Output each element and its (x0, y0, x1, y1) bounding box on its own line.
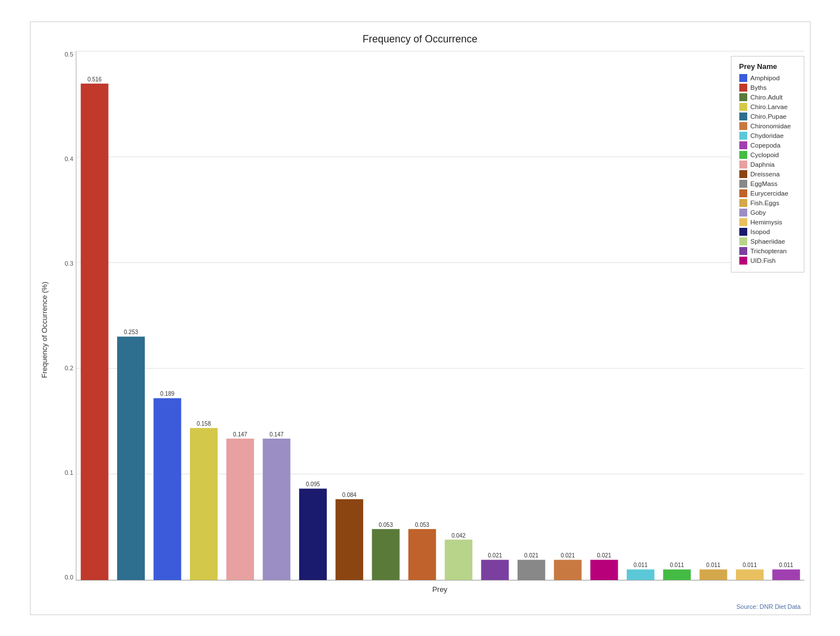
legend-item: Amphipod (739, 74, 796, 82)
bar-rect (445, 539, 472, 579)
legend-item: Sphaeriidae (739, 237, 796, 245)
bar-rect (153, 398, 181, 580)
legend-item-label: Isopod (751, 228, 770, 235)
legend-color-box (739, 161, 747, 168)
legend-color-box (739, 189, 747, 197)
x-axis-label: Prey (432, 581, 447, 594)
legend-item: Fish.Eggs (739, 199, 796, 207)
legend-item: Goby (739, 209, 796, 217)
legend-item-label: Goby (751, 209, 766, 216)
bar-rect (299, 488, 326, 580)
legend-item-label: Byths (751, 84, 767, 91)
legend-color-box (739, 103, 747, 111)
legend-item-label: Chironomidae (751, 123, 791, 129)
bar-value-label: 0.042 (451, 532, 466, 538)
bar-rect (554, 560, 581, 580)
y-axis-label: Frequency of Occurrence (%) (40, 282, 49, 378)
legend: Prey Name AmphipodBythsChiro.AdultChiro.… (731, 56, 804, 272)
bar-value-label: 0.053 (415, 521, 429, 527)
bar-value-label: 0.095 (305, 481, 320, 487)
legend-color-box (739, 237, 747, 245)
legend-item: Chiro.Adult (739, 93, 796, 101)
y-tick-label: 0.1 (64, 469, 75, 476)
legend-item: Chiro.Pupae (739, 113, 796, 120)
legend-item-label: Copepoda (751, 142, 781, 149)
legend-item: Eurycercidae (739, 189, 796, 197)
bar-rect (80, 83, 108, 579)
legend-item-label: Chiro.Pupae (751, 113, 787, 120)
bar-rect (262, 438, 290, 579)
legend-item-label: Chiro.Adult (751, 94, 783, 101)
bar-value-label: 0.021 (488, 552, 502, 559)
legend-item: Dreissena (739, 170, 796, 178)
legend-item-label: Sphaeriidae (751, 238, 785, 245)
legend-color-box (739, 93, 747, 101)
bar-rect (335, 499, 363, 580)
legend-item: Hemimysis (739, 218, 796, 226)
legend-item: EggMass (739, 180, 796, 188)
bar-rect (772, 569, 800, 580)
legend-item-label: Trichopteran (751, 248, 787, 254)
bar-value-label: 0.011 (633, 562, 647, 568)
legend-item: Chironomidae (739, 122, 796, 130)
bar-rect (117, 336, 145, 580)
legend-color-box (739, 199, 747, 207)
x-axis-area: Prey (53, 581, 804, 609)
bar-value-label: 0.084 (342, 492, 356, 498)
bar-rect (408, 529, 436, 579)
bar-rect (481, 560, 509, 580)
chart-area: Frequency of Occurrence (%) 0.00.10.20.3… (36, 51, 804, 609)
chart-title: Frequency of Occurrence (36, 33, 804, 45)
legend-color-box (739, 113, 747, 120)
bar-rect (699, 569, 727, 580)
legend-color-box (739, 257, 747, 265)
bar-rect (736, 569, 764, 580)
legend-item-label: Dreissena (751, 171, 780, 178)
legend-item-label: UID.Fish (751, 257, 776, 264)
bar-value-label: 0.011 (779, 562, 793, 568)
chart-inner: 0.00.10.20.30.40.5 0.5160.2530.1890.1580… (53, 51, 804, 609)
bar-rect (226, 438, 254, 579)
legend-item: UID.Fish (739, 257, 796, 265)
legend-color-box (739, 180, 747, 188)
y-ticks: 0.00.10.20.30.40.5 (53, 51, 76, 581)
bar-rect (517, 560, 545, 580)
legend-color-box (739, 228, 747, 236)
legend-item: Trichopteran (739, 247, 796, 255)
legend-color-box (739, 74, 747, 82)
bar-value-label: 0.011 (670, 562, 684, 568)
bar-rect (189, 428, 217, 580)
bar-rect (626, 569, 654, 580)
bar-value-label: 0.011 (706, 562, 720, 568)
legend-color-box (739, 122, 747, 130)
bar-value-label: 0.021 (524, 552, 538, 559)
bar-rect (590, 560, 618, 580)
legend-item: Isopod (739, 228, 796, 236)
y-tick-label: 0.5 (64, 51, 75, 58)
y-tick-label: 0.2 (64, 365, 75, 371)
legend-color-box (739, 141, 747, 149)
bar-rect (663, 569, 691, 580)
legend-item-label: Fish.Eggs (751, 200, 779, 206)
legend-color-box (739, 218, 747, 226)
legend-title: Prey Name (739, 62, 796, 71)
legend-item: Copepoda (739, 141, 796, 149)
legend-item-label: Hemimysis (751, 219, 782, 226)
legend-item: Chiro.Larvae (739, 103, 796, 111)
bar-value-label: 0.021 (597, 552, 611, 559)
legend-item-label: Cyclopoid (751, 152, 779, 158)
source-label: Source: DNR Diet Data (736, 603, 801, 610)
legend-color-box (739, 170, 747, 178)
bar-value-label: 0.158 (196, 421, 210, 427)
bar-value-label: 0.147 (269, 431, 283, 437)
legend-color-box (739, 247, 747, 255)
bar-value-label: 0.011 (742, 562, 756, 568)
bar-value-label: 0.053 (378, 521, 393, 527)
bars-and-grid: 0.5160.2530.1890.1580.1470.1470.0950.084… (76, 51, 804, 581)
y-axis-label-container: Frequency of Occurrence (%) (36, 51, 53, 609)
legend-item-label: Chydoridae (751, 132, 784, 139)
chart-container: Frequency of Occurrence Frequency of Occ… (30, 21, 811, 615)
legend-item-label: EggMass (751, 180, 778, 187)
legend-item-label: Chiro.Larvae (751, 103, 788, 110)
legend-item: Daphnia (739, 161, 796, 168)
